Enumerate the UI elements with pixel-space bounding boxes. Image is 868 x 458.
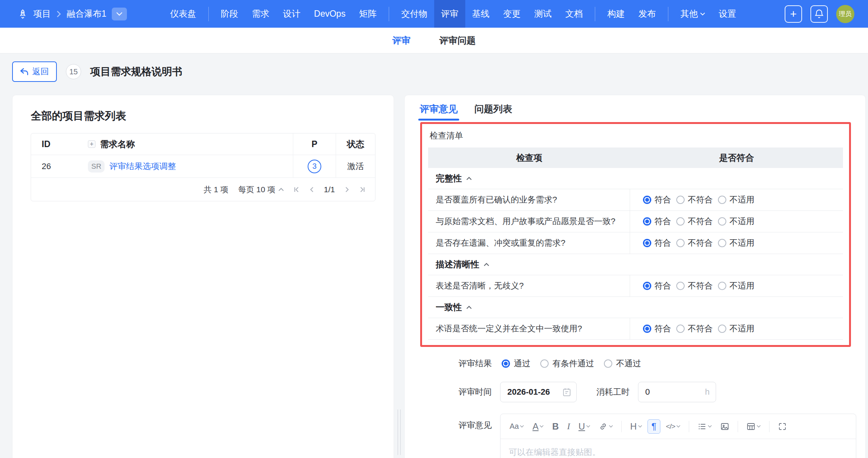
chevron-up-icon (278, 188, 284, 191)
breadcrumb-section[interactable]: 项目 (33, 8, 51, 20)
heading-button[interactable]: H (627, 419, 645, 434)
radio-selected-icon (643, 282, 651, 290)
radio-selected-icon (643, 239, 651, 247)
collapse-caret-icon[interactable] (484, 263, 489, 266)
font-size-button[interactable]: Aa (507, 420, 527, 433)
nav-item-baseline[interactable]: 基线 (465, 0, 496, 28)
radio-fail[interactable]: 不通过 (604, 358, 641, 369)
requirements-table: ID + 需求名称 P 状态 26 SR 评审结果选项调整 3 激活 (31, 133, 375, 201)
tab-review-issues[interactable]: 评审问题 (439, 28, 476, 53)
radio-comply[interactable]: 符合 (643, 194, 671, 205)
requirement-link[interactable]: 评审结果选项调整 (109, 161, 176, 172)
checklist-col-pass: 是否符合 (630, 152, 843, 164)
editor-content-area[interactable]: 可以在编辑器直接贴图。 (500, 439, 856, 458)
last-page-button[interactable] (359, 187, 365, 193)
nav-item-doc[interactable]: 文档 (558, 0, 590, 28)
radio-comply[interactable]: 符合 (643, 216, 671, 227)
radio-label: 不适用 (729, 323, 754, 334)
fullscreen-button[interactable] (775, 420, 790, 433)
radio-noncomply[interactable]: 不符合 (676, 323, 713, 334)
nav-item-devops[interactable]: DevOps (307, 0, 352, 28)
table-icon (746, 422, 755, 431)
checklist-col-item: 检查项 (428, 152, 630, 164)
panel-splitter[interactable] (394, 95, 404, 458)
underline-button[interactable]: U (576, 419, 593, 434)
radio-label: 不符合 (688, 280, 713, 292)
tab-review[interactable]: 评审 (393, 28, 411, 53)
collapse-caret-icon[interactable] (466, 177, 472, 180)
table-button[interactable] (743, 420, 764, 433)
bold-button[interactable]: B (549, 419, 561, 434)
col-status[interactable]: 状态 (336, 133, 375, 155)
radio-conditional-pass[interactable]: 有条件通过 (540, 358, 594, 369)
radio-pass[interactable]: 通过 (502, 358, 530, 369)
nav-item-stage[interactable]: 阶段 (214, 0, 245, 28)
link-button[interactable] (596, 420, 616, 433)
checklist-highlight-region: 检查清单 检查项 是否符合 完整性 是否覆盖所有已确认的业务需求? 符合 (420, 122, 851, 347)
nav-item-deliverable[interactable]: 交付物 (394, 0, 434, 28)
radio-na[interactable]: 不适用 (718, 280, 754, 292)
code-button[interactable]: </> (663, 420, 683, 433)
radio-na[interactable]: 不适用 (718, 237, 754, 249)
radio-group: 符合 不符合 不适用 (630, 232, 843, 254)
back-button[interactable]: 返回 (12, 61, 57, 82)
bell-icon (815, 9, 824, 19)
radio-na[interactable]: 不适用 (718, 216, 754, 227)
radio-comply[interactable]: 符合 (643, 280, 671, 292)
col-priority[interactable]: P (293, 133, 336, 155)
nav-item-review[interactable]: 评审 (434, 0, 465, 28)
radio-noncomply[interactable]: 不符合 (676, 280, 713, 292)
nav-item-requirement[interactable]: 需求 (245, 0, 276, 28)
italic-button[interactable]: I (564, 419, 573, 434)
radio-na[interactable]: 不适用 (718, 194, 754, 205)
effort-unit: h (705, 387, 710, 397)
nav-item-test[interactable]: 测试 (527, 0, 558, 28)
image-button[interactable] (717, 420, 732, 433)
review-date-input[interactable]: 2026-01-26 (500, 382, 577, 402)
create-button[interactable]: + (785, 5, 802, 23)
radio-noncomply[interactable]: 不符合 (676, 237, 713, 249)
notifications-button[interactable] (810, 5, 828, 23)
project-switcher-button[interactable] (112, 8, 127, 20)
col-name[interactable]: + 需求名称 (88, 138, 293, 150)
radio-icon (676, 282, 685, 290)
radio-comply[interactable]: 符合 (643, 237, 671, 249)
radio-comply[interactable]: 符合 (643, 323, 671, 334)
nav-item-settings[interactable]: 设置 (712, 0, 743, 28)
nav-item-build[interactable]: 构建 (601, 0, 632, 28)
review-tabs: 评审意见 问题列表 (414, 103, 856, 121)
checklist-question: 是否覆盖所有已确认的业务需求? (428, 189, 630, 210)
expand-all-icon[interactable]: + (88, 140, 95, 148)
checklist-item-row: 与原始需求文档、用户故事或产品愿景是否一致? 符合 不符合 不适用 (428, 211, 843, 232)
tab-issue-list[interactable]: 问题列表 (474, 103, 512, 121)
tab-review-opinion[interactable]: 评审意见 (420, 103, 458, 121)
radio-na[interactable]: 不适用 (718, 323, 754, 334)
first-page-button[interactable] (294, 187, 300, 193)
nav-item-other[interactable]: 其他 (674, 0, 712, 28)
col-id[interactable]: ID (31, 139, 88, 149)
nav-item-change[interactable]: 变更 (496, 0, 527, 28)
collapse-caret-icon[interactable] (466, 306, 472, 309)
avatar[interactable]: 理员 (836, 5, 854, 23)
breadcrumb-project[interactable]: 融合瀑布1 (67, 8, 106, 20)
checklist-title: 检查清单 (430, 130, 843, 141)
paragraph-button[interactable]: ¶ (647, 419, 661, 434)
radio-label: 不符合 (688, 194, 713, 205)
font-color-button[interactable]: A (529, 419, 547, 434)
per-page-selector[interactable]: 每页 10 项 (238, 184, 284, 195)
prev-page-button[interactable] (310, 187, 314, 193)
nav-right-controls: + 理员 (785, 5, 854, 23)
radio-label: 通过 (514, 358, 530, 369)
nav-item-release[interactable]: 发布 (632, 0, 663, 28)
radio-noncomply[interactable]: 不符合 (676, 194, 713, 205)
checklist-item-row: 是否覆盖所有已确认的业务需求? 符合 不符合 不适用 (428, 189, 843, 211)
next-page-button[interactable] (345, 187, 349, 193)
effort-input[interactable] (645, 387, 691, 397)
checklist-question: 表述是否清晰，无歧义? (428, 275, 630, 296)
heading-glyph: H (630, 421, 637, 432)
nav-item-matrix[interactable]: 矩阵 (352, 0, 383, 28)
nav-item-design[interactable]: 设计 (276, 0, 307, 28)
radio-noncomply[interactable]: 不符合 (676, 216, 713, 227)
list-button[interactable] (694, 420, 715, 433)
nav-item-dashboard[interactable]: 仪表盘 (163, 0, 203, 28)
